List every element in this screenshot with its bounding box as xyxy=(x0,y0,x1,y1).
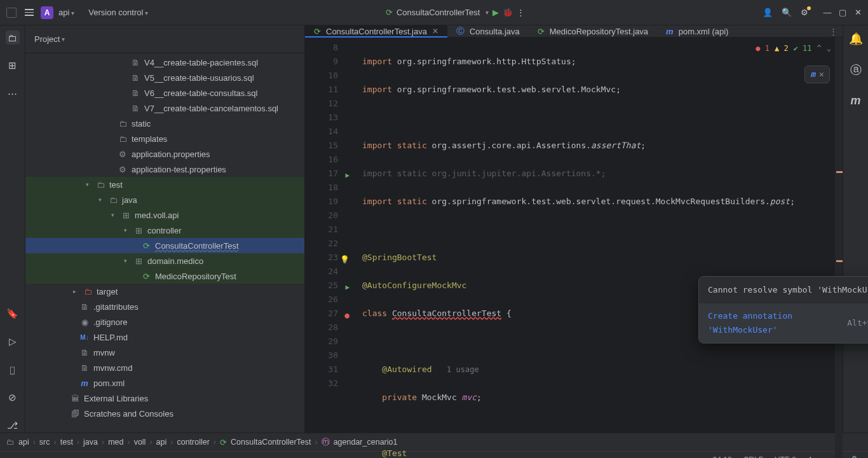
code-with-me-icon[interactable]: 👤 xyxy=(763,8,773,17)
gear-icon: ⚙ xyxy=(118,165,128,174)
services-tool-icon[interactable]: ▷ xyxy=(6,335,20,349)
close-icon[interactable]: ✕ xyxy=(819,67,824,81)
ai-assistant-icon[interactable]: ⓐ xyxy=(850,62,862,78)
project-panel: Project▾ 🗎V4__create-table-pacientes.sql… xyxy=(25,25,305,433)
folder-icon: 🗀 xyxy=(108,195,118,205)
tree-package-controller[interactable]: ▾⊞controller xyxy=(25,223,304,238)
test-class-icon: ⟳ xyxy=(141,272,151,281)
tree-scratches[interactable]: 🗐Scratches and Consoles xyxy=(25,406,304,421)
tree-folder-java[interactable]: ▾🗀java xyxy=(25,192,304,207)
sql-file-icon: 🗎 xyxy=(130,73,140,83)
project-name[interactable]: api▾ xyxy=(58,8,74,17)
tree-external-libs[interactable]: 🏛External Libraries xyxy=(25,391,304,406)
tab[interactable]: ⟳MedicoRepositoryTest.java xyxy=(529,25,657,37)
inspection-nav-up-icon[interactable]: ^ xyxy=(817,41,822,55)
debug-button[interactable]: 🐞 xyxy=(503,8,513,17)
tree-folder-target[interactable]: ▸🗀target xyxy=(25,284,304,299)
code-content[interactable]: import org.springframework.http.HttpStat… xyxy=(343,38,843,458)
structure-tool-icon[interactable]: ⊞ xyxy=(6,59,20,73)
tree-package-domain[interactable]: ▾⊞domain.medico xyxy=(25,253,304,268)
chevron-right-icon[interactable]: ▸ xyxy=(70,288,79,295)
file-icon: 🗎 xyxy=(79,363,90,373)
file-icon: 🗎 xyxy=(79,302,90,312)
tree-package[interactable]: ▾⊞med.voll.api xyxy=(25,207,304,223)
project-tree[interactable]: 🗎V4__create-table-pacientes.sql 🗎V5__cre… xyxy=(25,53,304,433)
sql-file-icon: 🗎 xyxy=(130,58,140,67)
editor-area: ⟳ConsultaControllerTest.java✕ ⒸConsulta.… xyxy=(305,25,843,433)
problems-tool-icon[interactable]: ⊘ xyxy=(6,391,20,405)
reader-mode-widget[interactable]: m✕ xyxy=(804,66,830,83)
inspection-nav-down-icon[interactable]: ⌄ xyxy=(827,41,831,55)
tree-file[interactable]: ⚙application.properties xyxy=(25,146,304,162)
left-tool-rail: 🗀 ⊞ ⋯ 🔖 ▷ ⌷ ⊘ ⎇ xyxy=(0,25,25,433)
titlebar: A api▾ Version control▾ ⟳ ConsultaContro… xyxy=(0,0,868,25)
warning-badge[interactable]: ▲ 2 xyxy=(775,41,789,55)
editor-tabs: ⟳ConsultaControllerTest.java✕ ⒸConsulta.… xyxy=(305,25,843,38)
tree-class-selected[interactable]: ⟳ConsultaControllerTest xyxy=(25,238,304,253)
chevron-down-icon[interactable]: ▾ xyxy=(121,258,130,264)
tree-file[interactable]: 🗎V4__create-table-pacientes.sql xyxy=(25,55,304,70)
run-configuration[interactable]: ⟳ ConsultaControllerTest▾ xyxy=(386,8,489,17)
settings-icon[interactable]: ⚙ xyxy=(801,8,808,17)
chevron-down-icon[interactable]: ▾ xyxy=(121,227,130,233)
error-stripe[interactable] xyxy=(835,38,843,458)
run-button[interactable]: ▶ xyxy=(492,8,499,17)
tree-folder-test[interactable]: ▾🗀test xyxy=(25,177,304,192)
tree-file-pom[interactable]: mpom.xml xyxy=(25,375,304,391)
folder-icon: 🗀 xyxy=(118,119,128,128)
close-button[interactable]: ✕ xyxy=(853,8,863,18)
error-badge[interactable]: ● 1 xyxy=(756,41,770,55)
run-config-icon: ⟳ xyxy=(386,8,393,17)
tree-folder[interactable]: 🗀templates xyxy=(25,131,304,146)
tab-active[interactable]: ⟳ConsultaControllerTest.java✕ xyxy=(305,25,447,37)
test-class-icon: ⟳ xyxy=(141,241,151,251)
inspection-widget[interactable]: ● 1 ▲ 2 ✔ 11 ^ ⌄ xyxy=(756,41,831,55)
chevron-down-icon[interactable]: ▾ xyxy=(108,212,117,218)
tree-file[interactable]: ⚙application-test.properties xyxy=(25,162,304,177)
more-tool-icon[interactable]: ⋯ xyxy=(6,87,20,101)
typo-badge[interactable]: ✔ 11 xyxy=(794,41,812,55)
main-menu-icon[interactable] xyxy=(23,6,36,19)
tree-file[interactable]: 🗎mvnw.cmd xyxy=(25,360,304,375)
tab[interactable]: ⒸConsulta.java xyxy=(447,25,529,37)
test-class-icon: ⟳ xyxy=(220,438,227,447)
package-icon: ⊞ xyxy=(133,226,144,235)
git-tool-icon[interactable]: ⎇ xyxy=(6,419,20,433)
code-editor[interactable]: 8910111213141516 17▶ 1819202122 23💡 24 2… xyxy=(305,38,843,458)
tree-file[interactable]: 🗎V5__create-table-usuarios.sql xyxy=(25,70,304,85)
tree-file[interactable]: 🗎V7__create-table-cancelamentos.sql xyxy=(25,101,304,116)
project-badge[interactable]: A xyxy=(41,6,53,19)
error-popup: Cannot resolve symbol 'WithMockUser' ⋮ C… xyxy=(698,276,868,344)
project-tool-icon[interactable]: 🗀 xyxy=(6,31,20,45)
tabs-more-icon[interactable]: ⋮ xyxy=(824,25,843,37)
search-icon[interactable]: 🔍 xyxy=(782,8,792,17)
minimize-button[interactable]: — xyxy=(822,8,832,18)
app-icon[interactable] xyxy=(5,6,18,19)
chevron-down-icon[interactable]: ▾ xyxy=(83,181,92,188)
tree-file[interactable]: 🗎V6__create-table-consultas.sql xyxy=(25,85,304,101)
library-icon: 🏛 xyxy=(70,394,80,403)
readonly-toggle-icon[interactable]: 🔒 xyxy=(850,455,859,459)
notifications-icon[interactable]: 🔔 xyxy=(849,32,863,46)
more-run-icon[interactable]: ⋮ xyxy=(517,8,525,17)
maximize-button[interactable]: ▢ xyxy=(837,8,848,18)
popup-shortcut: Alt+Shift+Enter xyxy=(847,316,868,330)
tree-folder[interactable]: 🗀static xyxy=(25,116,304,131)
terminal-tool-icon[interactable]: ⌷ xyxy=(6,363,20,377)
tree-file[interactable]: M↓HELP.md xyxy=(25,330,304,345)
tree-file[interactable]: ◉.gitignore xyxy=(25,314,304,330)
tab[interactable]: mpom.xml (api) xyxy=(657,25,737,37)
tree-file[interactable]: 🗎.gitattributes xyxy=(25,299,304,314)
bookmarks-tool-icon[interactable]: 🔖 xyxy=(6,307,20,321)
maven-icon: m xyxy=(79,378,90,388)
gutter[interactable]: 8910111213141516 17▶ 1819202122 23💡 24 2… xyxy=(305,38,343,458)
popup-action-link[interactable]: Create annotation 'WithMockUser' xyxy=(708,309,838,337)
close-icon[interactable]: ✕ xyxy=(432,27,438,36)
vcs-menu[interactable]: Version control▾ xyxy=(88,8,148,17)
chevron-down-icon[interactable]: ▾ xyxy=(95,197,104,203)
tree-file[interactable]: 🗎mvnw xyxy=(25,345,304,360)
maven-tool-icon[interactable]: m xyxy=(850,94,860,108)
tree-class[interactable]: ⟳MedicoRepositoryTest xyxy=(25,268,304,284)
maven-icon: m xyxy=(666,27,674,36)
project-panel-header[interactable]: Project▾ xyxy=(25,25,304,53)
